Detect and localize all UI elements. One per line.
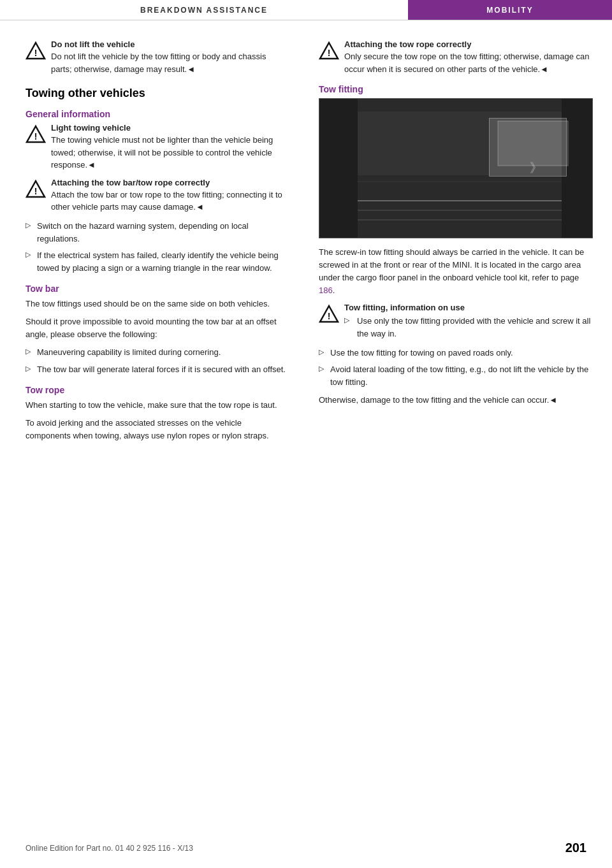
warning-towbar-body: Attach the tow bar or tow rope to the to… [51, 189, 287, 213]
warning-icon-lift: ! [26, 41, 46, 61]
svg-text:!: ! [34, 48, 38, 58]
bullet-use-only-fitting: Use only the tow fitting provided with t… [344, 315, 593, 340]
bullet-lateral-forces: The tow bar will generate lateral forces… [26, 363, 287, 376]
bullet-hazard-warning: Switch on the hazard warning system, dep… [26, 220, 287, 245]
warning-icon-towbar: ! [26, 179, 46, 199]
header-right-label: MOBILITY [408, 0, 612, 20]
left-column: ! Do not lift the vehicle Do not lift th… [0, 40, 306, 447]
header-left-label: BREAKDOWN ASSISTANCE [0, 0, 408, 20]
warning-light-body: The towing vehicle must not be lighter t… [51, 134, 287, 171]
towbar-para1: The tow fittings used should be on the s… [26, 298, 287, 310]
warning-towrope-text: Attaching the tow rope correctly Only se… [344, 40, 593, 75]
footer-left-text: Online Edition for Part no. 01 40 2 925 … [26, 844, 193, 853]
towbar-para2: Should it prove impossible to avoid moun… [26, 315, 287, 341]
warning-tow-bar-attach: ! Attaching the tow bar/tow rope correct… [26, 178, 287, 213]
tow-fitting-heading: Tow fitting [319, 84, 593, 94]
warning-fitting-title: Tow fitting, information on use [344, 303, 593, 312]
general-info-bullets: Switch on the hazard warning system, dep… [26, 220, 287, 275]
warning-towrope-title: Attaching the tow rope correctly [344, 40, 593, 49]
svg-text:!: ! [328, 311, 331, 321]
page-number: 201 [565, 841, 586, 855]
warning-do-not-lift: ! Do not lift the vehicle Do not lift th… [26, 40, 287, 75]
subsection-towbar-heading: Tow bar [26, 284, 287, 294]
tow-fitting-image: ≪ 》 [319, 98, 593, 238]
svg-text:》: 》 [530, 161, 543, 175]
warning-icon-towrope: ! [319, 41, 339, 61]
towrope-para2: To avoid jerking and the associated stre… [26, 417, 287, 442]
page-footer: Online Edition for Part no. 01 40 2 925 … [0, 841, 612, 855]
svg-rect-14 [498, 121, 568, 166]
warning-fitting-text: Tow fitting, information on use Use only… [344, 303, 593, 343]
warning-light-towing: ! Light towing vehicle The towing vehicl… [26, 123, 287, 171]
svg-text:!: ! [34, 186, 38, 196]
page-header: BREAKDOWN ASSISTANCE MOBILITY [0, 0, 612, 20]
warning-tow-fitting-use: ! Tow fitting, information on use Use on… [319, 303, 593, 343]
svg-text:!: ! [328, 48, 331, 58]
warning-lift-body: Do not lift the vehicle by the tow fitti… [51, 50, 287, 75]
breakdown-assistance-label: BREAKDOWN ASSISTANCE [140, 6, 268, 15]
tow-fitting-closing: Otherwise, damage to the tow fitting and… [319, 394, 593, 407]
svg-text:!: ! [34, 131, 38, 141]
towbar-bullets: Maneuvering capability is limited during… [26, 346, 287, 375]
warning-light-towing-text: Light towing vehicle The towing vehicle … [51, 123, 287, 171]
subsection-towrope-heading: Tow rope [26, 385, 287, 395]
warning-towbar-text: Attaching the tow bar/tow rope correctly… [51, 178, 287, 213]
bullet-paved-roads: Use the tow fitting for towing on paved … [319, 347, 593, 359]
svg-rect-12 [562, 99, 592, 238]
svg-rect-11 [319, 99, 358, 238]
tow-fitting-page-link[interactable]: 186 [319, 286, 333, 295]
tow-fitting-para-text: The screw-in tow fitting should always b… [319, 247, 584, 282]
warning-tow-rope-attach: ! Attaching the tow rope correctly Only … [319, 40, 593, 75]
warning-fitting-nested-bullets: Use only the tow fitting provided with t… [344, 315, 593, 340]
tow-fitting-para: The screw-in tow fitting should always b… [319, 246, 593, 298]
warning-towrope-body: Only secure the tow rope on the tow fitt… [344, 50, 593, 75]
section-towing-heading: Towing other vehicles [26, 87, 287, 100]
warning-towbar-title: Attaching the tow bar/tow rope correctly [51, 178, 287, 187]
right-column: ! Attaching the tow rope correctly Only … [306, 40, 612, 447]
tow-fitting-outer-bullets: Use the tow fitting for towing on paved … [319, 347, 593, 389]
main-content: ! Do not lift the vehicle Do not lift th… [0, 20, 612, 473]
subsection-general-info-heading: General information [26, 109, 287, 119]
tow-fitting-para-end: . [333, 286, 335, 295]
svg-rect-13 [358, 112, 562, 175]
warning-icon-light: ! [26, 124, 46, 145]
bullet-electrical-fail: If the electrical system has failed, cle… [26, 249, 287, 275]
warning-lift-title: Do not lift the vehicle [51, 40, 287, 49]
mobility-label: MOBILITY [486, 6, 533, 15]
warning-light-title: Light towing vehicle [51, 123, 287, 133]
bullet-maneuvering: Maneuvering capability is limited during… [26, 346, 287, 359]
bullet-avoid-lateral: Avoid lateral loading of the tow fitting… [319, 363, 593, 389]
towrope-para1: When starting to tow the vehicle, make s… [26, 399, 287, 412]
warning-lift-text: Do not lift the vehicle Do not lift the … [51, 40, 287, 75]
warning-icon-fitting: ! [319, 304, 339, 324]
